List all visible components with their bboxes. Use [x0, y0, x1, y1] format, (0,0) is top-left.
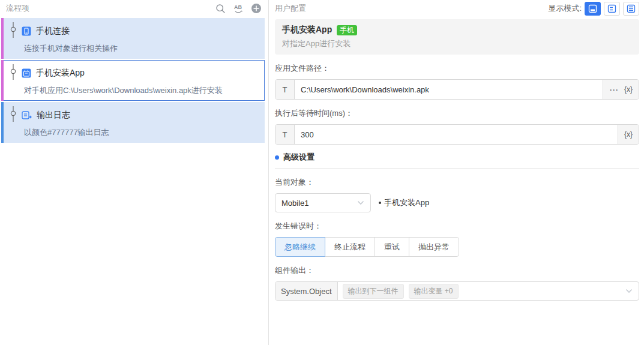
flow-panel-title: 流程项	[6, 3, 215, 14]
flow-item-title: 手机连接	[36, 26, 70, 37]
flow-item-phone-connect[interactable]: 手机连接 连接手机对象进行相关操作	[1, 18, 265, 59]
variable-picker-icon[interactable]: {x}	[624, 85, 633, 94]
current-object-value: Mobile1	[281, 199, 309, 208]
flow-item-title: 输出日志	[37, 110, 70, 121]
browse-file-button[interactable]: ⋯	[609, 85, 619, 94]
app-path-input[interactable]	[295, 80, 603, 99]
add-flow-item-button[interactable]	[251, 4, 261, 13]
component-title: 手机安装App	[282, 25, 332, 35]
display-mode-full-button[interactable]	[585, 2, 601, 16]
current-object-label: 当前对象：	[275, 177, 639, 188]
flow-item-desc: 连接手机对象进行相关操作	[24, 43, 260, 54]
section-bullet-icon	[275, 155, 279, 160]
flow-item-desc: 以颜色#777777输出日志	[24, 127, 260, 138]
on-error-label: 发生错误时：	[275, 221, 639, 232]
flow-panel-header: 流程项 AB	[0, 0, 268, 17]
app-path-input-group: T ⋯ {x}	[275, 79, 639, 100]
rename-icon[interactable]: AB	[233, 4, 244, 14]
rename-icon-letters: AB	[234, 4, 242, 10]
search-icon[interactable]	[215, 4, 226, 14]
phone-connect-icon	[22, 26, 31, 36]
variable-picker-icon[interactable]: {x}	[624, 130, 633, 139]
node-connector-icon[interactable]	[10, 64, 17, 82]
output-next-component-tag[interactable]: 输出到下一组件	[343, 284, 404, 299]
flow-item-output-log[interactable]: 输出日志 以颜色#777777输出日志	[1, 102, 265, 143]
flow-items-panel: 流程项 AB	[0, 0, 269, 345]
node-connector-icon[interactable]	[10, 22, 17, 40]
component-info-box: 手机安装App 手机 对指定App进行安装	[275, 19, 639, 55]
chevron-down-icon	[357, 200, 364, 205]
display-mode-split-button[interactable]	[604, 2, 620, 16]
config-panel-title: 用户配置	[275, 3, 548, 14]
flow-item-title: 手机安装App	[36, 68, 85, 79]
display-mode-list-button[interactable]	[623, 2, 639, 16]
current-object-select[interactable]: Mobile1	[275, 193, 371, 212]
component-description: 对指定App进行安装	[282, 38, 632, 49]
advanced-settings-section: 高级设置	[275, 145, 639, 169]
flow-item-list: 手机连接 连接手机对象进行相关操作 手机安装App	[0, 17, 268, 143]
config-panel-header: 用户配置 显示模式:	[275, 0, 639, 17]
component-output-label: 组件输出：	[275, 265, 639, 276]
output-variable-tag[interactable]: 输出变量 +0	[409, 284, 459, 299]
advanced-settings-title: 高级设置	[283, 152, 314, 163]
error-option-ignore-continue[interactable]: 忽略继续	[275, 237, 325, 257]
error-option-retry[interactable]: 重试	[375, 237, 409, 257]
output-type-addon: System.Object	[275, 282, 338, 300]
app-window: 流程项 AB	[0, 0, 644, 345]
type-toggle-button[interactable]: T	[275, 125, 295, 144]
app-path-label: 应用文件路径：	[275, 63, 639, 74]
wait-time-label: 执行后等待时间(ms)：	[275, 108, 639, 119]
node-connector-icon[interactable]	[10, 106, 17, 124]
type-toggle-button[interactable]: T	[275, 80, 295, 99]
component-output-control[interactable]: System.Object 输出到下一组件 输出变量 +0	[275, 281, 639, 301]
output-log-icon	[22, 110, 32, 120]
flow-item-desc: 对手机应用C:\Users\work\Downloads\weixin.apk进…	[24, 85, 260, 96]
on-error-button-group: 忽略继续 终止流程 重试 抛出异常	[275, 237, 459, 257]
user-config-panel: 用户配置 显示模式: 手机安装App 手机 对指定App进行安装 应	[269, 0, 644, 345]
phone-install-icon	[22, 68, 31, 78]
error-option-stop-flow[interactable]: 终止流程	[325, 237, 375, 257]
current-object-hint: 手机安装App	[379, 197, 429, 208]
flow-item-phone-install-app[interactable]: 手机安装App 对手机应用C:\Users\work\Downloads\wei…	[1, 60, 265, 101]
chevron-down-icon	[625, 289, 633, 293]
app-path-suffix-addon: ⋯ {x}	[603, 80, 639, 99]
wait-time-input[interactable]	[295, 125, 618, 144]
wait-time-suffix-addon: {x}	[618, 125, 639, 144]
display-mode-label: 显示模式:	[548, 3, 582, 14]
wait-time-input-group: T {x}	[275, 124, 639, 145]
component-category-badge: 手机	[337, 25, 357, 35]
hint-bullet-icon	[379, 202, 381, 204]
error-option-throw[interactable]: 抛出异常	[409, 237, 459, 257]
